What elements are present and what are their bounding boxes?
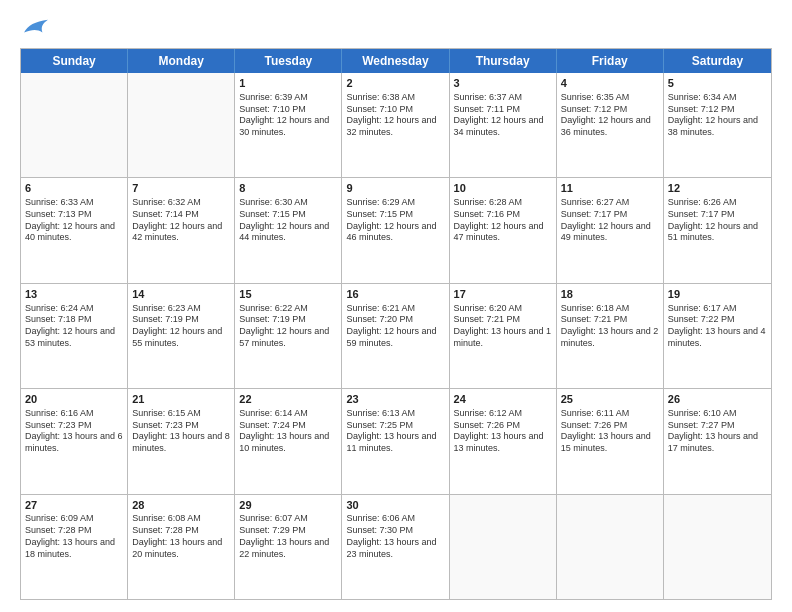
day-info: Sunrise: 6:11 AM Sunset: 7:26 PM Dayligh… [561,408,659,455]
day-info: Sunrise: 6:24 AM Sunset: 7:18 PM Dayligh… [25,303,123,350]
day-number: 2 [346,76,444,91]
day-info: Sunrise: 6:21 AM Sunset: 7:20 PM Dayligh… [346,303,444,350]
day-cell-11: 11Sunrise: 6:27 AM Sunset: 7:17 PM Dayli… [557,178,664,282]
page: SundayMondayTuesdayWednesdayThursdayFrid… [0,0,792,612]
day-info: Sunrise: 6:27 AM Sunset: 7:17 PM Dayligh… [561,197,659,244]
day-number: 6 [25,181,123,196]
day-cell-15: 15Sunrise: 6:22 AM Sunset: 7:19 PM Dayli… [235,284,342,388]
day-of-week-sunday: Sunday [21,49,128,73]
day-info: Sunrise: 6:12 AM Sunset: 7:26 PM Dayligh… [454,408,552,455]
day-cell-27: 27Sunrise: 6:09 AM Sunset: 7:28 PM Dayli… [21,495,128,599]
day-number: 11 [561,181,659,196]
day-info: Sunrise: 6:33 AM Sunset: 7:13 PM Dayligh… [25,197,123,244]
day-cell-18: 18Sunrise: 6:18 AM Sunset: 7:21 PM Dayli… [557,284,664,388]
day-number: 26 [668,392,767,407]
day-cell-25: 25Sunrise: 6:11 AM Sunset: 7:26 PM Dayli… [557,389,664,493]
day-number: 13 [25,287,123,302]
day-number: 15 [239,287,337,302]
day-of-week-tuesday: Tuesday [235,49,342,73]
day-info: Sunrise: 6:15 AM Sunset: 7:23 PM Dayligh… [132,408,230,455]
day-number: 29 [239,498,337,513]
day-number: 1 [239,76,337,91]
header [20,18,772,38]
day-info: Sunrise: 6:30 AM Sunset: 7:15 PM Dayligh… [239,197,337,244]
day-of-week-thursday: Thursday [450,49,557,73]
day-info: Sunrise: 6:07 AM Sunset: 7:29 PM Dayligh… [239,513,337,560]
day-number: 17 [454,287,552,302]
day-cell-30: 30Sunrise: 6:06 AM Sunset: 7:30 PM Dayli… [342,495,449,599]
day-cell-13: 13Sunrise: 6:24 AM Sunset: 7:18 PM Dayli… [21,284,128,388]
day-cell-4: 4Sunrise: 6:35 AM Sunset: 7:12 PM Daylig… [557,73,664,177]
day-cell-12: 12Sunrise: 6:26 AM Sunset: 7:17 PM Dayli… [664,178,771,282]
calendar-header: SundayMondayTuesdayWednesdayThursdayFrid… [21,49,771,73]
day-number: 19 [668,287,767,302]
day-info: Sunrise: 6:38 AM Sunset: 7:10 PM Dayligh… [346,92,444,139]
day-info: Sunrise: 6:26 AM Sunset: 7:17 PM Dayligh… [668,197,767,244]
empty-cell [128,73,235,177]
empty-cell [21,73,128,177]
day-cell-14: 14Sunrise: 6:23 AM Sunset: 7:19 PM Dayli… [128,284,235,388]
day-cell-2: 2Sunrise: 6:38 AM Sunset: 7:10 PM Daylig… [342,73,449,177]
day-number: 5 [668,76,767,91]
day-cell-26: 26Sunrise: 6:10 AM Sunset: 7:27 PM Dayli… [664,389,771,493]
day-number: 24 [454,392,552,407]
day-info: Sunrise: 6:34 AM Sunset: 7:12 PM Dayligh… [668,92,767,139]
day-info: Sunrise: 6:17 AM Sunset: 7:22 PM Dayligh… [668,303,767,350]
day-info: Sunrise: 6:13 AM Sunset: 7:25 PM Dayligh… [346,408,444,455]
calendar-row-3: 20Sunrise: 6:16 AM Sunset: 7:23 PM Dayli… [21,388,771,493]
day-of-week-friday: Friday [557,49,664,73]
day-cell-1: 1Sunrise: 6:39 AM Sunset: 7:10 PM Daylig… [235,73,342,177]
logo [20,18,50,38]
day-cell-21: 21Sunrise: 6:15 AM Sunset: 7:23 PM Dayli… [128,389,235,493]
day-info: Sunrise: 6:22 AM Sunset: 7:19 PM Dayligh… [239,303,337,350]
day-number: 22 [239,392,337,407]
day-of-week-wednesday: Wednesday [342,49,449,73]
day-number: 30 [346,498,444,513]
day-of-week-monday: Monday [128,49,235,73]
day-cell-9: 9Sunrise: 6:29 AM Sunset: 7:15 PM Daylig… [342,178,449,282]
day-info: Sunrise: 6:28 AM Sunset: 7:16 PM Dayligh… [454,197,552,244]
day-number: 10 [454,181,552,196]
day-cell-29: 29Sunrise: 6:07 AM Sunset: 7:29 PM Dayli… [235,495,342,599]
day-cell-6: 6Sunrise: 6:33 AM Sunset: 7:13 PM Daylig… [21,178,128,282]
day-number: 20 [25,392,123,407]
day-number: 14 [132,287,230,302]
empty-cell [557,495,664,599]
day-info: Sunrise: 6:14 AM Sunset: 7:24 PM Dayligh… [239,408,337,455]
empty-cell [664,495,771,599]
day-number: 27 [25,498,123,513]
day-info: Sunrise: 6:08 AM Sunset: 7:28 PM Dayligh… [132,513,230,560]
day-cell-3: 3Sunrise: 6:37 AM Sunset: 7:11 PM Daylig… [450,73,557,177]
day-info: Sunrise: 6:29 AM Sunset: 7:15 PM Dayligh… [346,197,444,244]
day-cell-16: 16Sunrise: 6:21 AM Sunset: 7:20 PM Dayli… [342,284,449,388]
day-cell-22: 22Sunrise: 6:14 AM Sunset: 7:24 PM Dayli… [235,389,342,493]
day-info: Sunrise: 6:20 AM Sunset: 7:21 PM Dayligh… [454,303,552,350]
day-info: Sunrise: 6:16 AM Sunset: 7:23 PM Dayligh… [25,408,123,455]
day-cell-7: 7Sunrise: 6:32 AM Sunset: 7:14 PM Daylig… [128,178,235,282]
day-info: Sunrise: 6:09 AM Sunset: 7:28 PM Dayligh… [25,513,123,560]
day-number: 4 [561,76,659,91]
day-info: Sunrise: 6:23 AM Sunset: 7:19 PM Dayligh… [132,303,230,350]
day-cell-23: 23Sunrise: 6:13 AM Sunset: 7:25 PM Dayli… [342,389,449,493]
day-info: Sunrise: 6:35 AM Sunset: 7:12 PM Dayligh… [561,92,659,139]
calendar-row-4: 27Sunrise: 6:09 AM Sunset: 7:28 PM Dayli… [21,494,771,599]
day-number: 21 [132,392,230,407]
day-cell-24: 24Sunrise: 6:12 AM Sunset: 7:26 PM Dayli… [450,389,557,493]
day-info: Sunrise: 6:32 AM Sunset: 7:14 PM Dayligh… [132,197,230,244]
day-number: 16 [346,287,444,302]
day-number: 7 [132,181,230,196]
day-cell-20: 20Sunrise: 6:16 AM Sunset: 7:23 PM Dayli… [21,389,128,493]
day-number: 8 [239,181,337,196]
day-cell-8: 8Sunrise: 6:30 AM Sunset: 7:15 PM Daylig… [235,178,342,282]
calendar-row-0: 1Sunrise: 6:39 AM Sunset: 7:10 PM Daylig… [21,73,771,177]
day-number: 18 [561,287,659,302]
day-cell-10: 10Sunrise: 6:28 AM Sunset: 7:16 PM Dayli… [450,178,557,282]
calendar-body: 1Sunrise: 6:39 AM Sunset: 7:10 PM Daylig… [21,73,771,599]
day-number: 12 [668,181,767,196]
day-info: Sunrise: 6:18 AM Sunset: 7:21 PM Dayligh… [561,303,659,350]
day-info: Sunrise: 6:10 AM Sunset: 7:27 PM Dayligh… [668,408,767,455]
day-number: 3 [454,76,552,91]
logo-bird-icon [22,16,50,38]
empty-cell [450,495,557,599]
day-number: 25 [561,392,659,407]
